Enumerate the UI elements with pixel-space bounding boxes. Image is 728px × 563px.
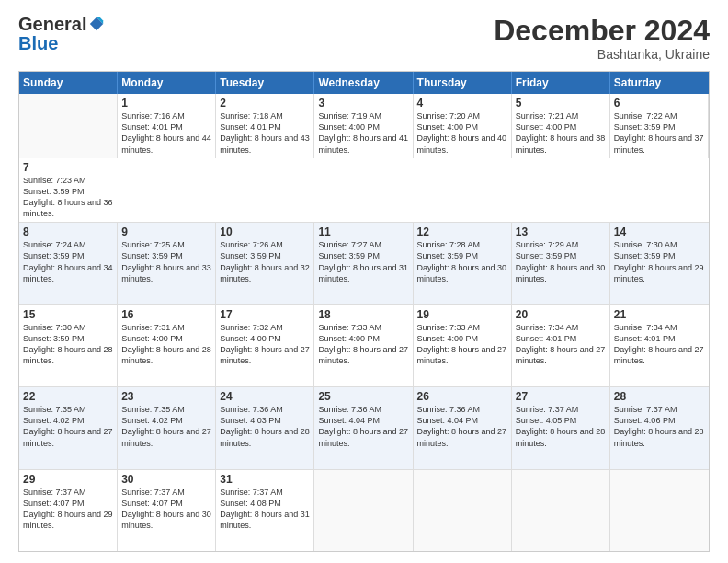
- calendar: Sunday Monday Tuesday Wednesday Thursday…: [18, 71, 710, 552]
- day-number: 21: [614, 308, 705, 321]
- cell-empty-5: [610, 470, 709, 551]
- logo-general-text: General: [18, 15, 86, 33]
- day-number: 20: [516, 308, 606, 321]
- day-info: Sunrise: 7:36 AM Sunset: 4:03 PM Dayligh…: [220, 404, 310, 449]
- cell-empty-3: [414, 470, 512, 551]
- day-number: 29: [23, 473, 113, 486]
- week-5: 29 Sunrise: 7:37 AM Sunset: 4:07 PM Dayl…: [19, 470, 709, 551]
- cell-dec-2: 2 Sunrise: 7:18 AM Sunset: 4:01 PM Dayli…: [216, 94, 314, 158]
- cell-dec-27: 27 Sunrise: 7:37 AM Sunset: 4:05 PM Dayl…: [512, 387, 610, 468]
- header-sunday: Sunday: [19, 72, 118, 94]
- day-number: 13: [516, 225, 606, 238]
- logo-blue-text: Blue: [18, 33, 58, 53]
- cell-empty-2: [314, 470, 413, 551]
- day-number: 12: [417, 225, 507, 238]
- cell-dec-24: 24 Sunrise: 7:36 AM Sunset: 4:03 PM Dayl…: [216, 387, 314, 468]
- cell-dec-19: 19 Sunrise: 7:33 AM Sunset: 4:00 PM Dayl…: [414, 305, 512, 386]
- header-saturday: Saturday: [610, 72, 709, 94]
- day-info: Sunrise: 7:19 AM Sunset: 4:00 PM Dayligh…: [318, 110, 408, 155]
- cell-dec-13: 13 Sunrise: 7:29 AM Sunset: 3:59 PM Dayl…: [512, 223, 610, 304]
- day-info: Sunrise: 7:33 AM Sunset: 4:00 PM Dayligh…: [417, 322, 507, 367]
- day-info: Sunrise: 7:29 AM Sunset: 3:59 PM Dayligh…: [516, 239, 606, 284]
- day-info: Sunrise: 7:34 AM Sunset: 4:01 PM Dayligh…: [614, 322, 705, 367]
- header-tuesday: Tuesday: [216, 72, 314, 94]
- cell-dec-11: 11 Sunrise: 7:27 AM Sunset: 3:59 PM Dayl…: [314, 223, 413, 304]
- cell-dec-29: 29 Sunrise: 7:37 AM Sunset: 4:07 PM Dayl…: [19, 470, 118, 551]
- day-info: Sunrise: 7:23 AM Sunset: 3:59 PM Dayligh…: [23, 175, 114, 220]
- day-number: 9: [121, 225, 211, 238]
- day-number: 24: [220, 390, 310, 403]
- week-4: 22 Sunrise: 7:35 AM Sunset: 4:02 PM Dayl…: [19, 387, 709, 469]
- calendar-body: 1 Sunrise: 7:16 AM Sunset: 4:01 PM Dayli…: [19, 94, 709, 551]
- day-number: 25: [318, 390, 408, 403]
- header-thursday: Thursday: [414, 72, 512, 94]
- cell-dec-8: 8 Sunrise: 7:24 AM Sunset: 3:59 PM Dayli…: [19, 223, 118, 304]
- day-number: 11: [318, 225, 408, 238]
- week-1: 1 Sunrise: 7:16 AM Sunset: 4:01 PM Dayli…: [19, 94, 709, 223]
- day-number: 26: [417, 390, 507, 403]
- page: General Blue December 2024 Bashtanka, Uk…: [0, 0, 728, 563]
- day-number: 1: [121, 97, 211, 109]
- day-number: 28: [614, 390, 705, 403]
- cell-dec-9: 9 Sunrise: 7:25 AM Sunset: 3:59 PM Dayli…: [118, 223, 216, 304]
- cell-dec-23: 23 Sunrise: 7:35 AM Sunset: 4:02 PM Dayl…: [118, 387, 216, 468]
- month-title: December 2024: [494, 15, 710, 47]
- cell-empty-4: [512, 470, 610, 551]
- day-number: 31: [220, 473, 310, 486]
- week-3: 15 Sunrise: 7:30 AM Sunset: 3:59 PM Dayl…: [19, 305, 709, 387]
- cell-dec-4: 4 Sunrise: 7:20 AM Sunset: 4:00 PM Dayli…: [414, 94, 512, 158]
- day-info: Sunrise: 7:32 AM Sunset: 4:00 PM Dayligh…: [220, 322, 310, 367]
- cell-dec-26: 26 Sunrise: 7:36 AM Sunset: 4:04 PM Dayl…: [414, 387, 512, 468]
- day-info: Sunrise: 7:18 AM Sunset: 4:01 PM Dayligh…: [220, 110, 310, 155]
- day-info: Sunrise: 7:35 AM Sunset: 4:02 PM Dayligh…: [121, 404, 211, 449]
- day-number: 16: [121, 308, 211, 321]
- cell-dec-5: 5 Sunrise: 7:21 AM Sunset: 4:00 PM Dayli…: [512, 94, 610, 158]
- day-number: 10: [220, 225, 310, 238]
- cell-dec-20: 20 Sunrise: 7:34 AM Sunset: 4:01 PM Dayl…: [512, 305, 610, 386]
- day-info: Sunrise: 7:37 AM Sunset: 4:05 PM Dayligh…: [516, 404, 606, 449]
- cell-dec-22: 22 Sunrise: 7:35 AM Sunset: 4:02 PM Dayl…: [19, 387, 118, 468]
- day-number: 23: [121, 390, 211, 403]
- day-info: Sunrise: 7:20 AM Sunset: 4:00 PM Dayligh…: [417, 110, 507, 155]
- header-wednesday: Wednesday: [314, 72, 413, 94]
- day-info: Sunrise: 7:16 AM Sunset: 4:01 PM Dayligh…: [121, 110, 211, 155]
- cell-dec-1: 1 Sunrise: 7:16 AM Sunset: 4:01 PM Dayli…: [118, 94, 216, 158]
- location: Bashtanka, Ukraine: [494, 47, 710, 62]
- day-info: Sunrise: 7:37 AM Sunset: 4:08 PM Dayligh…: [220, 487, 310, 532]
- day-info: Sunrise: 7:37 AM Sunset: 4:06 PM Dayligh…: [614, 404, 705, 449]
- day-number: 4: [417, 97, 507, 109]
- day-number: 8: [23, 225, 113, 238]
- day-number: 3: [318, 97, 408, 109]
- cell-dec-15: 15 Sunrise: 7:30 AM Sunset: 3:59 PM Dayl…: [19, 305, 118, 386]
- day-number: 27: [516, 390, 606, 403]
- cell-dec-31: 31 Sunrise: 7:37 AM Sunset: 4:08 PM Dayl…: [216, 470, 314, 551]
- cell-dec-21: 21 Sunrise: 7:34 AM Sunset: 4:01 PM Dayl…: [610, 305, 709, 386]
- cell-dec-18: 18 Sunrise: 7:33 AM Sunset: 4:00 PM Dayl…: [314, 305, 413, 386]
- title-block: December 2024 Bashtanka, Ukraine: [494, 15, 710, 62]
- cell-dec-3: 3 Sunrise: 7:19 AM Sunset: 4:00 PM Dayli…: [314, 94, 413, 158]
- cell-dec-7: 7 Sunrise: 7:23 AM Sunset: 3:59 PM Dayli…: [19, 158, 118, 223]
- cell-dec-14: 14 Sunrise: 7:30 AM Sunset: 3:59 PM Dayl…: [610, 223, 709, 304]
- day-number: 18: [318, 308, 408, 321]
- day-info: Sunrise: 7:30 AM Sunset: 3:59 PM Dayligh…: [23, 322, 113, 367]
- cell-dec-10: 10 Sunrise: 7:26 AM Sunset: 3:59 PM Dayl…: [216, 223, 314, 304]
- day-info: Sunrise: 7:27 AM Sunset: 3:59 PM Dayligh…: [318, 239, 408, 284]
- day-info: Sunrise: 7:33 AM Sunset: 4:00 PM Dayligh…: [318, 322, 408, 367]
- day-info: Sunrise: 7:21 AM Sunset: 4:00 PM Dayligh…: [516, 110, 606, 155]
- day-info: Sunrise: 7:36 AM Sunset: 4:04 PM Dayligh…: [417, 404, 507, 449]
- cell-dec-25: 25 Sunrise: 7:36 AM Sunset: 4:04 PM Dayl…: [314, 387, 413, 468]
- day-info: Sunrise: 7:30 AM Sunset: 3:59 PM Dayligh…: [614, 239, 705, 284]
- day-info: Sunrise: 7:37 AM Sunset: 4:07 PM Dayligh…: [23, 487, 113, 532]
- day-number: 7: [23, 161, 114, 174]
- day-number: 19: [417, 308, 507, 321]
- day-number: 22: [23, 390, 113, 403]
- day-info: Sunrise: 7:31 AM Sunset: 4:00 PM Dayligh…: [121, 322, 211, 367]
- cell-dec-28: 28 Sunrise: 7:37 AM Sunset: 4:06 PM Dayl…: [610, 387, 709, 468]
- calendar-header: Sunday Monday Tuesday Wednesday Thursday…: [19, 72, 709, 94]
- day-number: 14: [614, 225, 705, 238]
- day-number: 6: [614, 97, 704, 109]
- logo-icon: [88, 16, 105, 32]
- day-info: Sunrise: 7:28 AM Sunset: 3:59 PM Dayligh…: [417, 239, 507, 284]
- cell-dec-16: 16 Sunrise: 7:31 AM Sunset: 4:00 PM Dayl…: [118, 305, 216, 386]
- day-info: Sunrise: 7:37 AM Sunset: 4:07 PM Dayligh…: [121, 487, 211, 532]
